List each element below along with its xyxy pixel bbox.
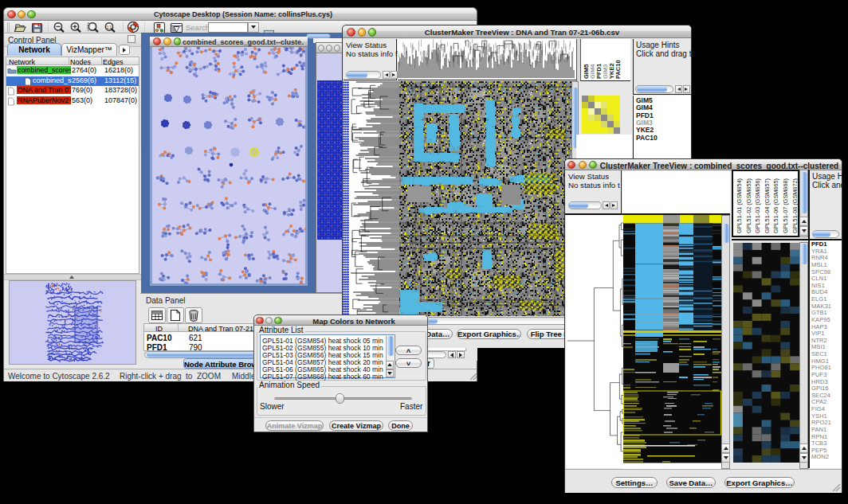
svg-text:1:1: 1:1 <box>107 25 112 29</box>
